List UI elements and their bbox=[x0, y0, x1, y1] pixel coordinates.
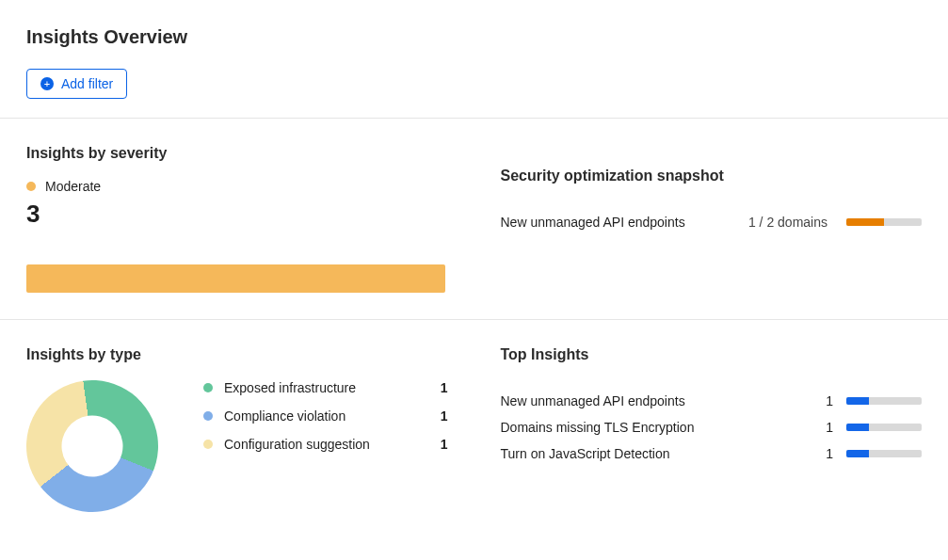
type-label: Compliance violation bbox=[224, 408, 431, 424]
top-insight-row[interactable]: Domains missing TLS Encryption1 bbox=[501, 420, 923, 435]
top-insight-row[interactable]: New unmanaged API endpoints1 bbox=[501, 393, 923, 408]
top-insights-title: Top Insights bbox=[501, 346, 923, 363]
optimization-count: 1 / 2 domains bbox=[748, 215, 827, 230]
page-header: Insights Overview + Add filter bbox=[0, 0, 948, 118]
insights-by-type-panel: Insights by type Exposed infrastructure1… bbox=[0, 320, 474, 538]
plus-circle-icon: + bbox=[40, 77, 54, 90]
type-color-dot bbox=[203, 411, 213, 421]
top-insight-count: 1 bbox=[826, 393, 833, 408]
type-legend-row[interactable]: Compliance violation1 bbox=[203, 408, 448, 424]
top-insight-row[interactable]: Turn on JavaScript Detection1 bbox=[501, 446, 923, 461]
optimization-snapshot-panel: Security optimization snapshot New unman… bbox=[474, 119, 949, 319]
severity-bar bbox=[26, 264, 445, 293]
insights-by-severity-panel: Insights by severity Moderate 3 bbox=[0, 119, 474, 319]
optimization-row[interactable]: New unmanaged API endpoints1 / 2 domains bbox=[501, 215, 923, 230]
top-insight-label: Turn on JavaScript Detection bbox=[501, 446, 813, 461]
type-legend-list: Exposed infrastructure1Compliance violat… bbox=[203, 380, 448, 452]
type-count: 1 bbox=[431, 437, 448, 452]
top-insight-count: 1 bbox=[826, 446, 833, 461]
top-insight-count: 1 bbox=[826, 420, 833, 435]
type-donut-chart bbox=[18, 372, 167, 520]
top-insights-panel: Top Insights New unmanaged API endpoints… bbox=[474, 320, 949, 538]
top-insights-list: New unmanaged API endpoints1Domains miss… bbox=[501, 393, 923, 461]
optimization-label: New unmanaged API endpoints bbox=[501, 215, 730, 230]
type-label: Configuration suggestion bbox=[224, 437, 431, 452]
top-insight-label: New unmanaged API endpoints bbox=[501, 393, 813, 408]
type-color-dot bbox=[203, 440, 213, 449]
severity-legend-label: Moderate bbox=[45, 179, 101, 194]
add-filter-button[interactable]: + Add filter bbox=[26, 69, 127, 99]
severity-count: 3 bbox=[26, 200, 448, 229]
optimization-bar bbox=[846, 218, 922, 226]
type-color-dot bbox=[203, 383, 213, 392]
add-filter-label: Add filter bbox=[61, 76, 113, 91]
top-insight-bar bbox=[846, 397, 922, 405]
type-count: 1 bbox=[431, 380, 448, 395]
row-severity-optimization: Insights by severity Moderate 3 Security… bbox=[0, 118, 948, 319]
type-count: 1 bbox=[431, 408, 448, 424]
severity-legend: Moderate bbox=[26, 179, 448, 194]
row-type-top: Insights by type Exposed infrastructure1… bbox=[0, 319, 948, 538]
top-insight-bar bbox=[846, 424, 922, 431]
type-legend-row[interactable]: Exposed infrastructure1 bbox=[203, 380, 448, 395]
top-insight-label: Domains missing TLS Encryption bbox=[501, 420, 813, 435]
page-title: Insights Overview bbox=[26, 26, 922, 48]
type-legend-row[interactable]: Configuration suggestion1 bbox=[203, 437, 448, 452]
top-insight-bar bbox=[846, 450, 922, 457]
type-label: Exposed infrastructure bbox=[224, 380, 431, 395]
optimization-title: Security optimization snapshot bbox=[501, 168, 923, 184]
severity-title: Insights by severity bbox=[26, 145, 448, 162]
severity-dot bbox=[26, 182, 36, 191]
by-type-title: Insights by type bbox=[26, 346, 448, 363]
